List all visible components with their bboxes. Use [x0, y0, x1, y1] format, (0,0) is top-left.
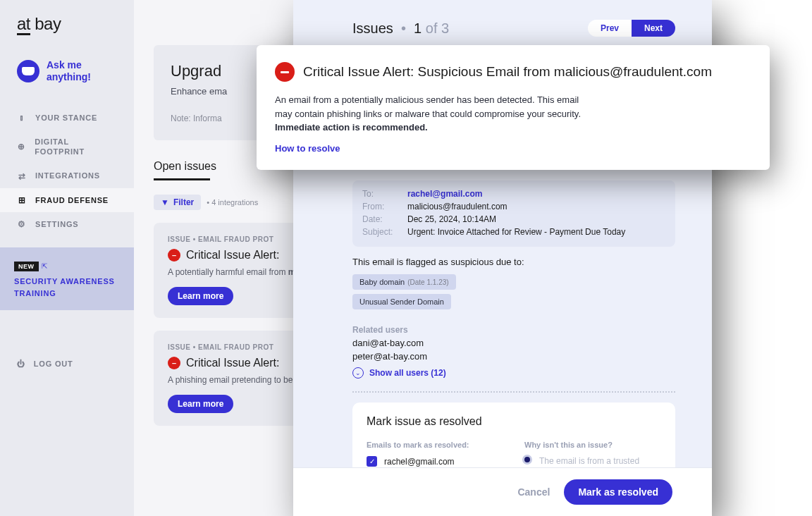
alert-icon: –: [168, 249, 180, 262]
meta-subject-value: Urgent: Invoice Attached for Review - Pa…: [407, 227, 625, 237]
chat-bubble-icon: [17, 60, 39, 82]
show-all-users-button[interactable]: ⌄ Show all users (12): [352, 367, 675, 379]
alert-icon: –: [168, 357, 180, 369]
sidebar-item-stance[interactable]: ⫾ YOUR STANCE: [0, 106, 134, 130]
meta-from-label: From:: [362, 202, 398, 211]
logout-button[interactable]: ⏻ LOG OUT: [0, 352, 134, 375]
power-icon: ⏻: [17, 360, 25, 368]
logo: at bay: [0, 14, 134, 45]
meta-from-value: malicious@fraudulent.com: [407, 202, 508, 211]
filter-button[interactable]: ▼ Filter: [154, 195, 201, 210]
related-users-heading: Related users: [352, 325, 675, 335]
related-user-email: dani@at-bay.com: [352, 338, 675, 348]
issue-title: Critical Issue Alert:: [186, 249, 279, 262]
ask-me-label: Ask meanything!: [47, 59, 91, 83]
checkbox-checked-icon: ✓: [367, 456, 377, 467]
promo-text: SECURITY AWARENESS TRAINING: [14, 276, 120, 299]
meta-to-label: To:: [362, 189, 398, 199]
sidebar-item-settings[interactable]: ⚙ SETTINGS: [0, 212, 134, 236]
email-checkbox-row[interactable]: ✓ rachel@gmail.com: [367, 456, 503, 467]
issue-title: Critical Issue Alert:: [186, 357, 279, 369]
panel-header: Issues • 1 of 3 Prev Next: [293, 0, 712, 45]
alert-body: An email from a potentially malicious se…: [275, 93, 585, 135]
flag-reason-heading: This email is flagged as suspicious due …: [352, 257, 675, 267]
learn-more-button[interactable]: Learn more: [168, 395, 233, 413]
panel-footer: Cancel Mark as resolved: [293, 467, 712, 516]
related-users: Related users dani@at-bay.com peter@at-b…: [352, 325, 675, 379]
shield-icon: ⊞: [17, 195, 27, 205]
sidebar-item-digital[interactable]: ⊕ DIGITAL FOOTPRINT: [0, 130, 134, 164]
reasons-column-label: Why isn't this an issue?: [524, 441, 661, 449]
filter-note: • 4 integrations: [207, 198, 258, 207]
flag-badges: Baby domain(Date 1.1.23): [352, 274, 675, 290]
meta-date-value: Dec 25, 2024, 10:14AM: [407, 214, 496, 224]
logo-part2: bay: [35, 14, 61, 33]
panel-title: Issues • 1 of 3: [352, 20, 449, 37]
plug-icon: ⇄: [17, 171, 27, 181]
radio-filled-icon: [522, 455, 532, 465]
mark-resolved-button[interactable]: Mark as resolved: [564, 479, 672, 505]
new-badge: NEW: [14, 262, 39, 271]
meta-date-label: Date:: [362, 214, 398, 224]
external-link-icon: ⇱: [42, 262, 47, 270]
divider: [352, 391, 675, 393]
resolve-heading: Mark issue as resolved: [367, 415, 661, 428]
gear-icon: ⚙: [17, 219, 27, 229]
how-to-resolve-link[interactable]: How to resolve: [275, 143, 340, 154]
sidebar-nav: ⫾ YOUR STANCE ⊕ DIGITAL FOOTPRINT ⇄ INTE…: [0, 106, 134, 237]
meta-subject-label: Subject:: [362, 227, 398, 237]
prev-button[interactable]: Prev: [588, 20, 632, 37]
sidebar: at bay Ask meanything! ⫾ YOUR STANCE ⊕ D…: [0, 0, 134, 516]
panel-nav: Prev Next: [588, 20, 675, 37]
next-button[interactable]: Next: [632, 20, 675, 37]
bar-chart-icon: ⫾: [17, 113, 27, 123]
cancel-button[interactable]: Cancel: [517, 486, 550, 498]
globe-icon: ⊕: [17, 142, 26, 152]
promo-banner[interactable]: NEW⇱ SECURITY AWARENESS TRAINING: [0, 247, 134, 310]
sidebar-item-integrations[interactable]: ⇄ INTEGRATIONS: [0, 164, 134, 188]
sidebar-item-fraud[interactable]: ⊞ FRAUD DEFENSE: [0, 188, 134, 212]
ask-me-button[interactable]: Ask meanything!: [0, 51, 134, 92]
alert-title: Critical Issue Alert: Suspicious Email f…: [303, 64, 712, 80]
funnel-icon: ▼: [161, 197, 169, 207]
emails-column-label: Emails to mark as resolved:: [367, 441, 503, 449]
email-metadata: To:rachel@gmail.com From:malicious@fraud…: [352, 180, 675, 247]
chevron-down-icon: ⌄: [352, 367, 364, 379]
flag-badge: Baby domain(Date 1.1.23): [352, 274, 456, 290]
meta-to-value[interactable]: rachel@gmail.com: [407, 189, 482, 199]
alert-icon: [275, 62, 295, 82]
critical-alert-toast: Critical Issue Alert: Suspicious Email f…: [257, 45, 770, 170]
tab-underline: [154, 178, 210, 180]
related-user-email: peter@at-bay.com: [352, 351, 675, 362]
learn-more-button[interactable]: Learn more: [168, 287, 233, 305]
logo-part1: at: [17, 14, 30, 35]
flag-badge: Unusual Sender Domain: [352, 294, 451, 309]
